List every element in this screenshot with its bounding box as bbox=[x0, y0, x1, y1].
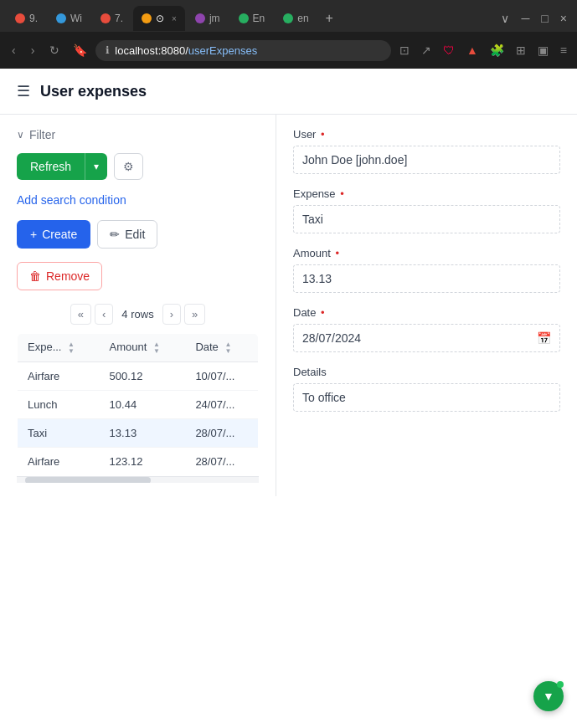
cell-amount-0: 500.12 bbox=[100, 361, 186, 390]
sort-icon-amount: ▲▼ bbox=[153, 341, 160, 355]
back-button[interactable]: ‹ bbox=[7, 40, 21, 60]
date-value: 28/07/2024 bbox=[302, 331, 361, 345]
filter-chevron-icon: ∨ bbox=[17, 129, 24, 141]
page-title: User expenses bbox=[40, 83, 147, 100]
expense-required-indicator: • bbox=[340, 187, 344, 200]
tab-1[interactable]: 9. bbox=[7, 6, 46, 31]
table-row[interactable]: Airfare123.1228/07/... bbox=[18, 447, 259, 475]
user-field-group: User • bbox=[293, 128, 560, 174]
share-icon[interactable]: ↗ bbox=[418, 40, 435, 60]
next-page-button[interactable]: › bbox=[162, 304, 181, 325]
remove-button[interactable]: 🗑 Remove bbox=[17, 262, 102, 290]
amount-label: Amount • bbox=[293, 247, 560, 259]
cell-date-3: 28/07/... bbox=[185, 447, 258, 475]
minimize-button[interactable]: ─ bbox=[518, 12, 533, 25]
prev-page-button[interactable]: ‹ bbox=[95, 304, 113, 325]
page-header: ☰ User expenses bbox=[0, 69, 577, 115]
settings-button[interactable]: ⚙ bbox=[114, 153, 143, 180]
horizontal-scrollbar[interactable] bbox=[17, 476, 259, 483]
cell-amount-1: 10.44 bbox=[100, 390, 186, 418]
tab-4-active[interactable]: ⊙ × bbox=[133, 6, 185, 31]
cell-expense-1: Lunch bbox=[18, 390, 100, 418]
rewards-icon[interactable]: ▲ bbox=[463, 40, 482, 60]
rows-count: 4 rows bbox=[116, 308, 158, 320]
cell-expense-2: Taxi bbox=[18, 418, 100, 447]
amount-field-group: Amount • bbox=[293, 247, 560, 293]
tab-6[interactable]: En bbox=[230, 6, 274, 31]
scrollbar-thumb[interactable] bbox=[25, 477, 151, 483]
table-row[interactable]: Airfare500.1210/07/... bbox=[18, 361, 259, 390]
tab-7[interactable]: en bbox=[275, 6, 317, 31]
create-button[interactable]: + Create bbox=[17, 220, 90, 249]
table-body: Airfare500.1210/07/...Lunch10.4424/07/..… bbox=[18, 361, 259, 475]
new-tab-button[interactable]: + bbox=[319, 9, 340, 28]
menu-icon[interactable]: ≡ bbox=[557, 40, 570, 60]
filter-toggle[interactable]: ∨ Filter bbox=[17, 128, 259, 141]
tab-3[interactable]: 7. bbox=[92, 6, 131, 31]
table-container: Expe... ▲▼ Amount ▲▼ Date ▲▼ bbox=[17, 333, 259, 483]
first-page-button[interactable]: « bbox=[70, 304, 91, 325]
add-search-condition-link[interactable]: Add search condition bbox=[17, 193, 259, 207]
wallet-icon[interactable]: ▣ bbox=[534, 40, 552, 60]
main-layout: ∨ Filter Refresh ▾ ⚙ Add search conditio… bbox=[0, 115, 577, 496]
amount-input[interactable] bbox=[293, 264, 560, 293]
table-header-row: Expe... ▲▼ Amount ▲▼ Date ▲▼ bbox=[18, 334, 259, 362]
bookmark-icon[interactable]: 🔖 bbox=[70, 40, 90, 60]
gear-icon: ⚙ bbox=[123, 160, 134, 173]
edit-button[interactable]: ✏ Edit bbox=[97, 220, 157, 249]
tab-overflow-button[interactable]: ∨ bbox=[497, 12, 513, 25]
details-input[interactable] bbox=[293, 383, 560, 412]
floating-action-button[interactable]: ▼ bbox=[533, 681, 564, 711]
refresh-button[interactable]: Refresh bbox=[17, 153, 85, 180]
cell-expense-0: Airfare bbox=[18, 361, 100, 390]
tab-bar: 9. Wi 7. ⊙ × jm En en + ∨ ─ bbox=[0, 0, 577, 32]
cell-date-0: 10/07/... bbox=[185, 361, 258, 390]
table-header: Expe... ▲▼ Amount ▲▼ Date ▲▼ bbox=[18, 334, 259, 362]
col-header-date[interactable]: Date ▲▼ bbox=[185, 334, 258, 362]
user-input[interactable] bbox=[293, 146, 560, 174]
right-panel: User • Expense • Amount • bbox=[276, 115, 577, 496]
col-header-expense[interactable]: Expe... ▲▼ bbox=[18, 334, 100, 362]
sort-icon-date: ▲▼ bbox=[224, 341, 231, 355]
tab-2[interactable]: Wi bbox=[48, 6, 90, 31]
screen-cast-icon[interactable]: ⊡ bbox=[396, 40, 413, 60]
maximize-button[interactable]: □ bbox=[538, 12, 551, 25]
tab-controls: ∨ ─ □ × bbox=[497, 12, 570, 25]
details-field-group: Details bbox=[293, 366, 560, 412]
cell-date-1: 24/07/... bbox=[185, 390, 258, 418]
amount-required-indicator: • bbox=[335, 247, 339, 259]
date-input[interactable]: 28/07/2024 📅 bbox=[293, 324, 560, 352]
page-content: ☰ User expenses ∨ Filter Refresh ▾ ⚙ bbox=[0, 69, 577, 728]
tab-5[interactable]: jm bbox=[187, 6, 229, 31]
cell-date-2: 28/07/... bbox=[185, 418, 258, 447]
last-page-button[interactable]: » bbox=[184, 304, 205, 325]
cell-amount-3: 123.12 bbox=[100, 447, 186, 475]
toolbar-row: Refresh ▾ ⚙ bbox=[17, 153, 259, 180]
details-label: Details bbox=[293, 366, 560, 378]
close-button[interactable]: × bbox=[557, 12, 570, 25]
sidebar-toggle-icon[interactable]: ⊞ bbox=[513, 40, 529, 60]
table-row[interactable]: Taxi13.1328/07/... bbox=[18, 418, 259, 447]
notification-dot bbox=[557, 681, 564, 688]
edit-icon: ✏ bbox=[110, 228, 120, 241]
chevron-down-icon: ▾ bbox=[94, 161, 99, 172]
extensions-icon[interactable]: 🧩 bbox=[487, 40, 507, 60]
brave-shield-icon[interactable]: 🛡 bbox=[440, 40, 458, 60]
forward-button[interactable]: › bbox=[26, 40, 40, 60]
refresh-dropdown-button[interactable]: ▾ bbox=[85, 153, 107, 180]
left-panel: ∨ Filter Refresh ▾ ⚙ Add search conditio… bbox=[0, 115, 276, 496]
hamburger-menu-icon[interactable]: ☰ bbox=[17, 82, 30, 100]
url-bar[interactable]: ℹ localhost:8080/userExpenses bbox=[95, 40, 391, 61]
browser-chrome: 9. Wi 7. ⊙ × jm En en + ∨ ─ bbox=[0, 0, 577, 69]
expense-input[interactable] bbox=[293, 205, 560, 233]
user-label: User • bbox=[293, 128, 560, 141]
tab-close-icon[interactable]: × bbox=[172, 14, 177, 23]
refresh-button[interactable]: ↻ bbox=[44, 40, 64, 60]
floating-btn-icon: ▼ bbox=[543, 690, 554, 703]
date-label: Date • bbox=[293, 306, 560, 319]
trash-icon: 🗑 bbox=[29, 269, 41, 283]
refresh-button-group: Refresh ▾ bbox=[17, 153, 107, 180]
col-header-amount[interactable]: Amount ▲▼ bbox=[100, 334, 186, 362]
table-row[interactable]: Lunch10.4424/07/... bbox=[18, 390, 259, 418]
filter-label: Filter bbox=[29, 128, 55, 141]
